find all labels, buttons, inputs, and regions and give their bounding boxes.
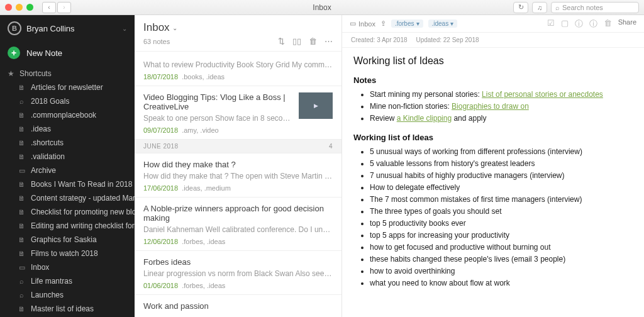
chevron-down-icon[interactable]: ⌄ — [172, 25, 177, 31]
chevron-down-icon: ▾ — [450, 20, 453, 27]
star-icon: ★ — [8, 69, 14, 78]
list-item[interactable]: how to get focused and productive withou… — [370, 243, 633, 252]
search-icon: ⌕ — [18, 291, 26, 299]
delete-note-icon[interactable]: 🗑 — [604, 18, 612, 30]
search-icon: ⌕ — [18, 277, 26, 285]
note-icon: 🗎 — [18, 139, 26, 147]
sidebar-item[interactable]: 🗎Content strategy - updated Marc… — [0, 191, 135, 205]
notebook-title[interactable]: Inbox — [143, 21, 170, 34]
sidebar-item[interactable]: ⌕Life mantras — [0, 274, 135, 288]
reminder-icon[interactable]: ☑ — [547, 18, 555, 30]
shortcuts-section-header[interactable]: ★ Shortcuts — [0, 64, 135, 81]
note-title[interactable]: Working list of Ideas — [353, 55, 633, 67]
note-item-tags: .amy, .video — [182, 126, 219, 134]
note-list-item[interactable]: How did they make that ?How did they mak… — [135, 153, 341, 197]
window-titlebar: ‹ › Inbox ↻ ♫ ⌕ Search notes — [0, 0, 644, 15]
list-item[interactable]: 7 unusual habits of highly productive ma… — [370, 171, 633, 180]
nav-forward-button[interactable]: › — [57, 2, 71, 13]
note-icon: 🗎 — [18, 305, 26, 313]
sidebar-item[interactable]: ⌕2018 Goals — [0, 94, 135, 108]
window-title: Inbox — [313, 3, 331, 12]
note-link[interactable]: List of personal stories or anecdotes — [482, 90, 603, 99]
share-button[interactable]: Share — [618, 18, 636, 30]
present-icon[interactable]: ▢ — [561, 18, 569, 30]
sidebar-item[interactable]: 🗎.ideas — [0, 122, 135, 136]
list-item[interactable]: these habits changed these people's live… — [370, 255, 633, 264]
chevron-down-icon: ▾ — [416, 20, 419, 27]
list-item[interactable]: how to avoid overthinking — [370, 267, 633, 275]
note-list-item[interactable]: Work and passion — [135, 295, 341, 317]
note-item-title: How did they make that ? — [143, 160, 333, 169]
sidebar-item-label: Life mantras — [31, 277, 72, 286]
list-item[interactable]: 5 valuable lessons from history's greate… — [370, 159, 633, 168]
chevron-down-icon: ⌄ — [122, 25, 127, 32]
sidebar-item[interactable]: 🗎Books I Want To Read in 2018 — [0, 177, 135, 191]
tag-chip[interactable]: .forbes▾ — [391, 19, 423, 28]
sidebar-item-label: Content strategy - updated Marc… — [31, 194, 135, 203]
sidebar-item[interactable]: 🗎.shortcuts — [0, 136, 135, 150]
trash-button[interactable]: 🗑 — [309, 36, 317, 46]
sidebar-item[interactable]: ▭Inbox — [0, 260, 135, 274]
list-item[interactable]: what you need to know about flow at work — [370, 279, 633, 287]
note-item-date: 12/06/2018 — [143, 238, 178, 245]
minimize-window-icon[interactable] — [16, 4, 23, 11]
list-item[interactable]: Review a Kindle clipping and apply — [370, 114, 633, 123]
breadcrumb[interactable]: ▭ Inbox — [350, 19, 375, 28]
sidebar-item-label: Films to watch 2018 — [31, 249, 98, 258]
search-input[interactable]: ⌕ Search notes — [551, 2, 639, 13]
sort-button[interactable]: ⇅ — [278, 36, 285, 46]
share-note-icon[interactable]: ⇪ — [380, 19, 386, 28]
note-list-item[interactable]: A Noble-prize winners approach for good … — [135, 197, 341, 251]
note-item-date: 01/06/2018 — [143, 282, 178, 289]
sync-button[interactable]: ↻ — [513, 2, 528, 13]
list-item[interactable]: top 5 apps for increasing your productiv… — [370, 231, 633, 240]
note-icon: 🗎 — [18, 250, 26, 257]
list-item[interactable]: Mine non-fiction stories: Biographies to… — [370, 102, 633, 111]
sidebar-item[interactable]: 🗎.validation — [0, 150, 135, 164]
list-item[interactable]: top 5 productivity books ever — [370, 219, 633, 228]
note-body[interactable]: Working list of Ideas Notes Start mining… — [342, 48, 644, 317]
list-item[interactable]: The 7 most common mistakes of first time… — [370, 195, 633, 204]
sidebar-item-label: Graphics for Saskia — [31, 235, 97, 244]
plus-icon: + — [8, 47, 20, 59]
sidebar-item-label: Articles for newsletter — [31, 83, 103, 92]
note-action-icon[interactable]: ⓘ — [589, 18, 597, 30]
tag-chip[interactable]: .ideas▾ — [428, 19, 458, 28]
note-icon: 🗎 — [18, 236, 26, 243]
nav-back-button[interactable]: ‹ — [42, 2, 56, 13]
list-item[interactable]: 5 unusual ways of working from different… — [370, 147, 633, 156]
sidebar-item[interactable]: 🗎.commonplacebook — [0, 108, 135, 122]
sidebar-item[interactable]: ⌕Launches — [0, 288, 135, 302]
note-icon: 🗎 — [18, 84, 26, 91]
traffic-lights[interactable] — [5, 4, 33, 11]
sidebar-item[interactable]: ▭Archive — [0, 164, 135, 177]
new-note-button[interactable]: + New Note — [0, 42, 135, 64]
close-window-icon[interactable] — [5, 4, 12, 11]
info-icon[interactable]: ⓘ — [575, 18, 583, 30]
note-list-item[interactable]: Forbes ideasLinear progression vs norm f… — [135, 251, 341, 295]
sidebar-item[interactable]: 🗎Checklist for promoting new blo… — [0, 205, 135, 219]
note-list-item[interactable]: ▶Video Blogging Tips: Vlog Like a Boss |… — [135, 86, 341, 140]
note-list-item[interactable]: What to review Productivity Book Story G… — [135, 51, 341, 86]
list-item[interactable]: The three types of goals you should set — [370, 207, 633, 216]
sidebar-item[interactable]: 🗎Master list of ideas — [0, 302, 135, 316]
note-link[interactable]: a Kindle clipping — [397, 114, 452, 123]
more-options-button[interactable]: ⋯ — [325, 36, 333, 46]
sidebar-item[interactable]: 🗎Editing and writing checklist for… — [0, 219, 135, 233]
sidebar-item[interactable]: 🗎Films to watch 2018 — [0, 247, 135, 260]
list-item[interactable]: Start mining my personal stories: List o… — [370, 90, 633, 99]
account-switcher[interactable]: B Bryan Collins ⌄ — [0, 15, 135, 42]
note-link[interactable]: Biographies to draw on — [452, 102, 529, 111]
app-logo-icon: B — [8, 21, 21, 35]
sidebar-item-label: 2018 Goals — [31, 97, 69, 106]
sidebar-item[interactable]: 🗎Articles for newsletter — [0, 81, 135, 94]
sidebar-item[interactable]: 🗎Graphics for Saskia — [0, 233, 135, 247]
activity-button[interactable]: ♫ — [532, 2, 547, 13]
list-item[interactable]: How to delegate effectively — [370, 183, 633, 192]
note-item-snippet: Linear progression vs norm from Black Sw… — [143, 269, 333, 278]
note-item-date: 09/07/2018 — [143, 126, 178, 134]
breadcrumb-notebook: Inbox — [358, 20, 375, 28]
maximize-window-icon[interactable] — [26, 4, 33, 11]
view-toggle-button[interactable]: ▯▯ — [292, 36, 301, 46]
sidebar-item-label: Checklist for promoting new blo… — [31, 208, 135, 216]
